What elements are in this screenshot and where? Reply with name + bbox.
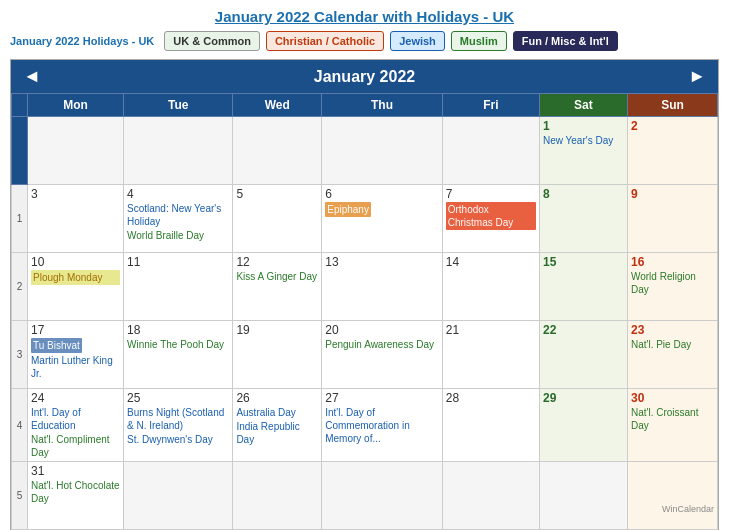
holiday-label: Int'l. Day of Commemoration in Memory of… <box>325 406 439 445</box>
day-empty-11: WinCalendar <box>627 462 717 530</box>
holiday-label: Int'l. Day of Education <box>31 406 120 432</box>
day-13: 13 <box>322 253 443 321</box>
date-number: 11 <box>127 255 229 269</box>
day-10: 10 Plough Monday <box>28 253 124 321</box>
date-number: 15 <box>543 255 624 269</box>
day-21: 21 <box>442 321 539 389</box>
day-empty-8 <box>322 462 443 530</box>
day-7: 7 Orthodox Christmas Day <box>442 185 539 253</box>
date-number: 23 <box>631 323 714 337</box>
filter-christian-button[interactable]: Christian / Catholic <box>266 31 384 51</box>
day-15: 15 <box>539 253 627 321</box>
holiday-label: World Religion Day <box>631 270 714 296</box>
day-empty-4 <box>322 117 443 185</box>
header-thu: Thu <box>322 94 443 117</box>
holiday-label: Plough Monday <box>31 270 120 285</box>
holiday-label: Winnie The Pooh Day <box>127 338 229 351</box>
date-number: 3 <box>31 187 120 201</box>
prev-month-button[interactable]: ◄ <box>23 66 41 87</box>
holiday-label-2: Nat'l. Compliment Day <box>31 433 120 459</box>
next-month-button[interactable]: ► <box>688 66 706 87</box>
holiday-label: Scotland: New Year's Holiday <box>127 202 229 228</box>
date-number: 13 <box>325 255 439 269</box>
day-1: 1 New Year's Day <box>539 117 627 185</box>
day-empty-3 <box>233 117 322 185</box>
header-wed: Wed <box>233 94 322 117</box>
header-tue: Tue <box>124 94 233 117</box>
filter-bar: January 2022 Holidays - UK UK & Common C… <box>10 31 719 51</box>
date-number: 12 <box>236 255 318 269</box>
header-mon: Mon <box>28 94 124 117</box>
header-fri: Fri <box>442 94 539 117</box>
holiday-label: Kiss A Ginger Day <box>236 270 318 283</box>
date-number: 4 <box>127 187 229 201</box>
day-5: 5 <box>233 185 322 253</box>
day-6: 6 Epiphany <box>322 185 443 253</box>
day-empty-7 <box>233 462 322 530</box>
holiday-label-2: St. Dwynwen's Day <box>127 433 229 446</box>
day-22: 22 <box>539 321 627 389</box>
day-empty-5 <box>442 117 539 185</box>
day-14: 14 <box>442 253 539 321</box>
date-number: 14 <box>446 255 536 269</box>
day-20: 20 Penguin Awareness Day <box>322 321 443 389</box>
date-number: 18 <box>127 323 229 337</box>
holiday-label: Tu Bishvat <box>31 338 120 353</box>
day-3: 3 <box>28 185 124 253</box>
week-num-3: 3 <box>12 321 28 389</box>
day-26: 26 Australia Day India Republic Day <box>233 389 322 462</box>
day-24: 24 Int'l. Day of Education Nat'l. Compli… <box>28 389 124 462</box>
date-number: 6 <box>325 187 439 201</box>
week-col-header <box>12 94 28 117</box>
week-num-empty <box>12 117 28 185</box>
day-11: 11 <box>124 253 233 321</box>
header-sun: Sun <box>627 94 717 117</box>
date-number: 8 <box>543 187 624 201</box>
holiday-label: Penguin Awareness Day <box>325 338 439 351</box>
calendar-container: ◄ January 2022 ► Mon Tue Wed Thu Fri Sat… <box>10 59 719 530</box>
day-18: 18 Winnie The Pooh Day <box>124 321 233 389</box>
date-number: 2 <box>631 119 714 133</box>
header-sat: Sat <box>539 94 627 117</box>
day-empty-1 <box>28 117 124 185</box>
holiday-label: Epiphany <box>325 202 439 217</box>
table-row: 5 31 Nat'l. Hot Chocolate Day WinCalenda… <box>12 462 718 530</box>
filter-jewish-button[interactable]: Jewish <box>390 31 445 51</box>
day-23: 23 Nat'l. Pie Day <box>627 321 717 389</box>
day-19: 19 <box>233 321 322 389</box>
filter-fun-button[interactable]: Fun / Misc & Int'l <box>513 31 618 51</box>
week-num-2: 2 <box>12 253 28 321</box>
table-row: 1 New Year's Day 2 <box>12 117 718 185</box>
day-empty-6 <box>124 462 233 530</box>
page-title: January 2022 Calendar with Holidays - UK <box>10 8 719 25</box>
filter-muslim-button[interactable]: Muslim <box>451 31 507 51</box>
filter-bar-label: January 2022 Holidays - UK <box>10 35 154 47</box>
holiday-label: Australia Day <box>236 406 318 419</box>
table-row: 4 24 Int'l. Day of Education Nat'l. Comp… <box>12 389 718 462</box>
date-number: 16 <box>631 255 714 269</box>
day-31: 31 Nat'l. Hot Chocolate Day <box>28 462 124 530</box>
day-2: 2 <box>627 117 717 185</box>
date-number: 9 <box>631 187 714 201</box>
day-empty-9 <box>442 462 539 530</box>
date-number: 10 <box>31 255 120 269</box>
day-empty-10 <box>539 462 627 530</box>
date-number: 26 <box>236 391 318 405</box>
filter-uk-button[interactable]: UK & Common <box>164 31 260 51</box>
table-row: 2 10 Plough Monday 11 12 Kiss A Ginger D… <box>12 253 718 321</box>
day-16: 16 World Religion Day <box>627 253 717 321</box>
holiday-label: Nat'l. Hot Chocolate Day <box>31 479 120 505</box>
date-number: 25 <box>127 391 229 405</box>
calendar-header: ◄ January 2022 ► <box>11 60 718 93</box>
table-row: 1 3 4 Scotland: New Year's Holiday World… <box>12 185 718 253</box>
date-number: 5 <box>236 187 318 201</box>
week-num-5: 5 <box>12 462 28 530</box>
date-number: 19 <box>236 323 318 337</box>
date-number: 29 <box>543 391 624 405</box>
day-4: 4 Scotland: New Year's Holiday World Bra… <box>124 185 233 253</box>
date-number: 30 <box>631 391 714 405</box>
date-number: 21 <box>446 323 536 337</box>
week-num-1: 1 <box>12 185 28 253</box>
day-30: 30 Nat'l. Croissant Day <box>627 389 717 462</box>
holiday-label: Nat'l. Pie Day <box>631 338 714 351</box>
